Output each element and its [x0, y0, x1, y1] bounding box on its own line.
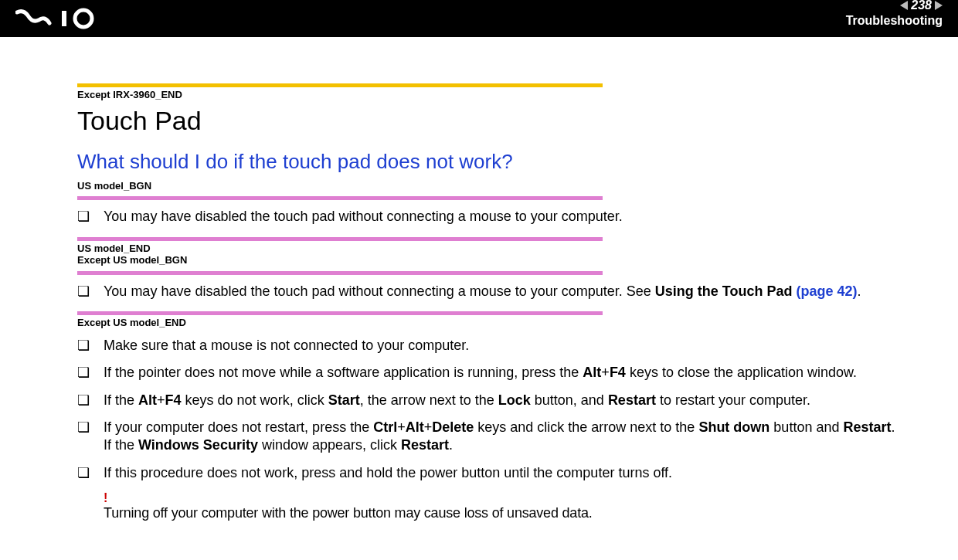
page-link[interactable]: (page 42) [796, 283, 857, 299]
ui-label: Lock [498, 392, 531, 408]
text: . [891, 419, 895, 435]
ui-label: Windows Security [138, 437, 258, 453]
text: button and [769, 419, 843, 435]
tag-except-us-end: Except US model_END [77, 317, 912, 329]
svg-rect-0 [62, 11, 66, 26]
ui-label: Shut down [698, 419, 769, 435]
list-item: If the pointer does not move while a sof… [77, 364, 912, 382]
ui-label: Restart [401, 437, 449, 453]
pink-divider [77, 196, 603, 200]
vaio-logo [15, 8, 124, 29]
text: to restart your computer. [656, 392, 810, 408]
key-label: Alt [138, 392, 157, 408]
text: keys to close the application window. [626, 365, 857, 380]
bullet-list-main: Make sure that a mouse is not connected … [77, 337, 912, 482]
pink-divider [77, 237, 603, 241]
text: + [601, 365, 610, 380]
text: + [424, 419, 433, 435]
text: button, and [531, 392, 608, 408]
list-item: If the Alt+F4 keys do not work, click St… [77, 392, 912, 409]
section-title: Troubleshooting [846, 14, 943, 28]
text: , the arrow next to the [360, 392, 498, 408]
tag-except-us-bgn: Except US model_BGN [77, 254, 912, 266]
header-bar: 238 Troubleshooting [0, 0, 958, 37]
pink-divider [77, 311, 603, 315]
caution-text: Turning off your computer with the power… [77, 505, 912, 521]
list-item: You may have disabled the touch pad with… [77, 208, 912, 226]
list-item: You may have disabled the touch pad with… [77, 283, 912, 300]
page-title: Touch Pad [77, 106, 912, 136]
text: . [449, 437, 453, 453]
text: If the [104, 437, 138, 453]
list-item: If this procedure does not work, press a… [77, 464, 912, 482]
key-label: Alt [406, 419, 424, 435]
bullet-list-except-us: You may have disabled the touch pad with… [77, 283, 912, 300]
text: + [157, 392, 165, 408]
ui-label: Restart [608, 392, 656, 408]
page-number: 238 [911, 0, 932, 12]
svg-point-1 [75, 10, 92, 27]
key-label: Ctrl [373, 419, 397, 435]
nav-next-icon[interactable] [935, 1, 943, 10]
nav-prev-icon[interactable] [900, 1, 908, 10]
header-right: 238 Troubleshooting [846, 0, 943, 28]
text: window appears, click [258, 437, 401, 453]
pink-divider [77, 271, 603, 275]
key-label: Alt [583, 365, 601, 380]
text: keys do not work, click [182, 392, 328, 408]
text: + [397, 419, 406, 435]
text: keys and click the arrow next to the [474, 419, 698, 435]
text: If the pointer does not move while a sof… [104, 365, 583, 380]
text: If the [104, 392, 138, 408]
tag-us-end: US model_END [77, 243, 912, 255]
vaio-logo-svg [15, 8, 124, 29]
text: If your computer does not restart, press… [104, 419, 373, 435]
bullet-list-us: You may have disabled the touch pad with… [77, 208, 912, 226]
key-label: F4 [610, 365, 626, 380]
tag-us-bgn: US model_BGN [77, 180, 912, 192]
caution-icon: ! [77, 491, 912, 505]
page-nav: 238 [846, 0, 943, 12]
text: . [858, 283, 861, 299]
text: You may have disabled the touch pad with… [104, 283, 655, 299]
tag-except-irx: Except IRX-3960_END [77, 89, 912, 101]
list-item: Make sure that a mouse is not connected … [77, 337, 912, 355]
text-bold: Using the Touch Pad [655, 283, 797, 299]
key-label: Delete [432, 419, 474, 435]
ui-label: Restart [843, 419, 891, 435]
page-content: Except IRX-3960_END Touch Pad What shoul… [0, 37, 958, 537]
ui-label: Start [328, 392, 360, 408]
list-item: If your computer does not restart, press… [77, 419, 912, 455]
key-label: F4 [165, 392, 182, 408]
yellow-divider [77, 83, 603, 87]
question-heading: What should I do if the touch pad does n… [77, 150, 912, 174]
